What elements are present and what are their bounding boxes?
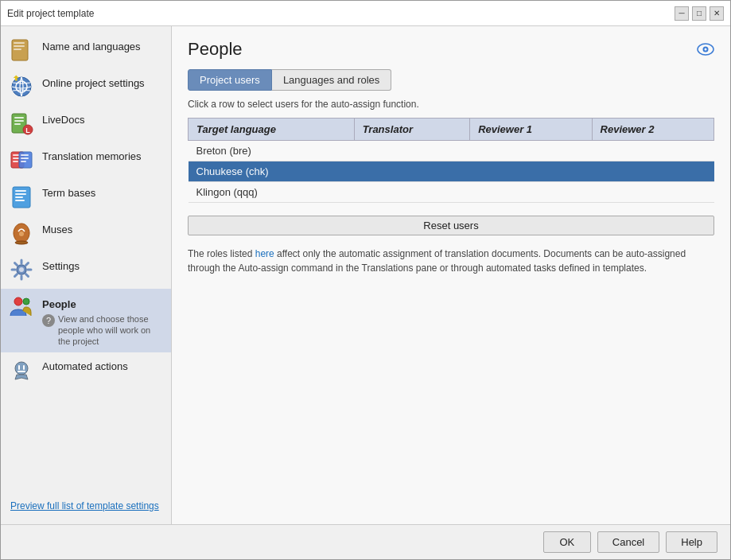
svg-rect-1 [14,42,25,44]
sidebar-label-muses: Muses [42,220,72,237]
online-project-settings-icon [9,74,34,99]
cell-reviewer2 [592,182,714,203]
col-reviewer1: Reviewer 1 [470,119,592,141]
sidebar-item-people[interactable]: People ? View and choose those people wh… [1,289,171,352]
svg-rect-24 [15,200,25,201]
svg-rect-8 [14,120,24,122]
term-bases-icon [9,184,34,209]
svg-rect-18 [21,158,29,159]
ok-button[interactable]: OK [543,531,591,553]
col-translator: Translator [354,119,470,141]
cell-language: Klingon (qqq) [189,182,355,203]
table-row[interactable]: Klingon (qqq) [189,182,714,203]
svg-rect-42 [17,371,25,372]
svg-rect-21 [15,190,26,192]
sidebar-item-livedocs[interactable]: L LiveDocs [1,106,171,142]
dialog-container: Edit project template ─ □ ✕ Name and lan… [0,0,731,560]
svg-rect-15 [13,161,18,162]
svg-rect-22 [15,193,26,195]
dialog-title: Edit project template [7,8,94,19]
svg-text:L: L [25,126,30,134]
cell-reviewer2 [592,141,714,161]
info-text: The roles listed here affect only the au… [188,247,697,275]
table-header-row: Target language Translator Reviewer 1 Re… [189,119,714,141]
tab-languages-and-roles[interactable]: Languages and roles [272,69,391,91]
svg-point-37 [14,298,22,305]
svg-rect-9 [14,123,21,125]
preview-link[interactable]: Preview full list of template settings [1,494,171,518]
svg-rect-41 [23,365,25,370]
cell-reviewer1 [470,161,592,182]
sidebar-item-name-languages[interactable]: Name and languages [1,33,171,69]
reset-users-button[interactable]: Reset users [188,216,714,235]
svg-rect-2 [14,45,25,47]
eye-icon[interactable] [697,41,714,58]
sidebar-item-automated-actions[interactable]: Automated actions [1,352,171,389]
svg-line-33 [15,263,17,266]
sidebar-label-livedocs: LiveDocs [42,111,84,127]
sidebar-item-settings[interactable]: Settings [1,252,171,289]
info-text-link[interactable]: here [255,248,274,259]
col-target-language: Target language [189,119,355,141]
maximize-button[interactable]: □ [692,6,706,21]
sidebar: Name and languages Online [1,26,172,524]
help-button[interactable]: Help [666,531,717,553]
sidebar-label-translation-memories: Translation memories [42,147,142,164]
sidebar-item-muses[interactable]: Muses [1,216,171,252]
svg-rect-23 [15,196,23,198]
translation-memories-icon [9,147,34,173]
cell-translator [354,182,470,203]
svg-point-45 [705,49,707,51]
cell-translator [354,141,470,161]
table-row[interactable]: Chuukese (chk) [189,161,714,182]
svg-rect-7 [14,117,24,119]
dialog-body: Name and languages Online [1,26,730,524]
table-row[interactable]: Breton (bre) [189,141,714,161]
cancel-button[interactable]: Cancel [597,531,659,553]
tab-project-users[interactable]: Project users [188,69,272,91]
help-icon: ? [42,314,55,327]
muses-icon [9,220,34,246]
svg-point-38 [23,298,29,305]
cell-reviewer1 [470,182,592,203]
svg-rect-19 [21,161,26,162]
page-title-row: People [188,39,714,60]
svg-line-34 [26,274,29,277]
svg-rect-17 [21,154,29,156]
info-text-before: The roles listed [188,248,255,259]
people-icon [9,294,34,319]
instruction-text: Click a row to select users for the auto… [188,99,714,110]
svg-point-28 [19,267,24,272]
sidebar-label-online-project-settings: Online project settings [42,74,145,91]
svg-point-26 [19,231,24,236]
cell-language: Breton (bre) [189,141,355,161]
sidebar-label-settings: Settings [42,257,80,274]
name-languages-icon [9,37,34,63]
svg-point-39 [15,362,28,375]
tabs: Project users Languages and roles [188,69,714,91]
title-bar: Edit project template ─ □ ✕ [1,1,730,26]
dialog-footer: OK Cancel Help [1,524,730,559]
main-content: People Project users Languages and roles… [172,26,730,524]
sidebar-label-term-bases: Term bases [42,184,95,200]
sidebar-item-online-project-settings[interactable]: Online project settings [1,69,171,106]
settings-icon [9,257,34,282]
title-bar-controls: ─ □ ✕ [675,6,724,21]
svg-rect-40 [18,365,20,370]
people-sublabel: View and choose those people who will wo… [58,313,163,348]
minimize-button[interactable]: ─ [675,6,689,21]
svg-rect-3 [14,49,21,50]
cell-reviewer1 [470,141,592,161]
svg-point-25 [15,241,28,244]
cell-translator [354,161,470,182]
svg-line-36 [15,274,17,277]
page-title: People [188,39,243,60]
sidebar-item-term-bases[interactable]: Term bases [1,179,171,216]
sidebar-label-people: People [42,295,163,312]
sidebar-item-translation-memories[interactable]: Translation memories [1,142,171,179]
close-button[interactable]: ✕ [710,6,724,21]
col-reviewer2: Reviewer 2 [592,119,714,141]
svg-line-35 [26,263,29,266]
cell-language: Chuukese (chk) [189,161,355,182]
sidebar-label-name-languages: Name and languages [42,37,141,54]
